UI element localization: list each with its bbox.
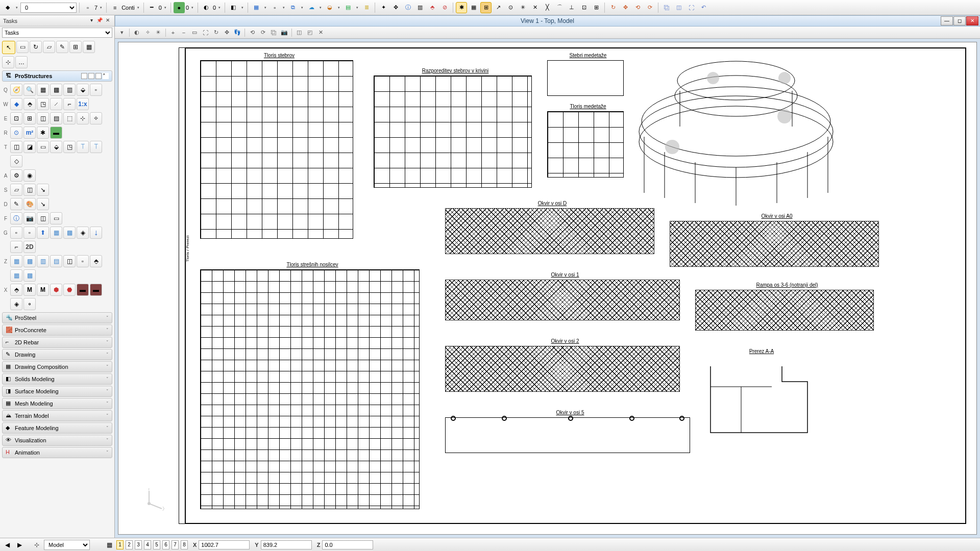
view-control-tool[interactable]: ⊞ [69, 41, 82, 53]
tool-d1[interactable]: ✎ [10, 198, 22, 210]
element-selection-tool[interactable]: ↖ [2, 41, 15, 54]
tb-drop-5[interactable]: ▾ [336, 2, 341, 13]
camera-icon[interactable]: 📷 [279, 28, 289, 38]
tool-w1[interactable]: ◆ [10, 98, 22, 110]
section-mesh[interactable]: ▦Mesh Modeling˅ [2, 398, 112, 409]
tool-z8[interactable]: ▦ [10, 269, 22, 282]
tool-a1[interactable]: ⚙ [10, 169, 22, 182]
tool-g3[interactable]: ⬆ [37, 227, 49, 239]
zoom-window-icon[interactable]: ▭ [189, 28, 200, 38]
panel-pin-icon[interactable]: 📌 [96, 17, 103, 24]
references-button[interactable]: ⧉ [287, 2, 299, 13]
tool-g7-arrow[interactable]: ↓ [90, 227, 102, 239]
lineweight-button[interactable]: ━ [146, 2, 158, 13]
walk-icon[interactable]: 👣 [232, 28, 242, 38]
tool-w3[interactable]: ◳ [37, 98, 49, 110]
accusnap-toggle[interactable]: ✱ [456, 2, 467, 13]
maximize-button[interactable]: ◻ [953, 16, 966, 26]
layout-icon-2[interactable] [88, 73, 94, 79]
drawing-canvas[interactable]: Tloris / Prerezi Tloris stebrov Razpored… [118, 42, 977, 535]
tool-z4[interactable]: ▤ [50, 255, 62, 267]
panel-menu-icon[interactable]: ▾ [88, 17, 95, 24]
snap-indicator-icon[interactable]: ⊹ [32, 540, 42, 550]
color1-dropdown[interactable]: ▾ [190, 2, 195, 13]
lineweight-dropdown[interactable]: ▾ [163, 2, 168, 13]
views-toggle-icon[interactable]: ▦ [104, 540, 114, 550]
section-prosteel[interactable]: 🔩ProSteel˅ [2, 312, 112, 323]
tool-2d1[interactable]: ⌐ [10, 241, 22, 253]
active-level-combo[interactable]: 0 [20, 3, 77, 13]
view-num-7[interactable]: 7 [172, 540, 179, 549]
snap-line-icon[interactable]: ↗ [493, 2, 504, 13]
tool-g4[interactable]: ▦ [50, 227, 62, 239]
pan-icon[interactable]: ✥ [222, 28, 232, 38]
priority-dropdown[interactable]: ▾ [240, 2, 245, 13]
color2-dropdown[interactable]: ▾ [217, 2, 222, 13]
fit-icon[interactable]: ⛶ [200, 28, 210, 38]
display-style-icon[interactable]: ◐ [132, 28, 142, 38]
snap-tangent-icon[interactable]: ⌒ [554, 2, 565, 13]
tool-r2-m2[interactable]: m² [23, 127, 36, 139]
section-animation[interactable]: HAnimation˅ [2, 447, 112, 458]
models-dialog-button[interactable]: ▤ [342, 2, 354, 13]
tool-x6[interactable]: ▬ [77, 284, 89, 296]
section-prostructures[interactable]: 🏗 ProStructures ˄ [2, 70, 112, 82]
tool-r3[interactable]: ✱ [37, 127, 49, 139]
view-prev-icon2[interactable]: ⟲ [247, 28, 257, 38]
view-prev-icon[interactable]: ⟲ [632, 2, 643, 13]
color1-button[interactable]: ● [174, 2, 185, 13]
layout-icon-1[interactable] [81, 73, 87, 79]
tool-t3[interactable]: ▭ [37, 141, 49, 153]
section-proconcrete[interactable]: 🧱ProConcrete˅ [2, 324, 112, 336]
tool-extra1[interactable]: ◇ [10, 155, 22, 167]
tool-z3[interactable]: ▥ [37, 255, 49, 267]
keyins-icon[interactable]: ▥ [414, 2, 426, 13]
tool-t7-screw[interactable]: ⟙ [90, 141, 102, 153]
brightness-icon[interactable]: ☀ [153, 28, 163, 38]
view-num-6[interactable]: 6 [162, 540, 169, 549]
tool-g1[interactable]: ▫ [10, 227, 22, 239]
axis-tool[interactable]: ⊹ [2, 56, 14, 68]
tb-drop-1[interactable]: ▾ [263, 2, 268, 13]
section-2drebar[interactable]: ⌐2D Rebar˅ [2, 337, 112, 348]
level-manager-button[interactable]: ≣ [361, 2, 372, 13]
view-rotate-tool[interactable]: ↻ [30, 41, 42, 53]
manipulate-tool[interactable]: ✎ [56, 41, 68, 53]
minimize-button[interactable]: — [941, 16, 953, 26]
z-coord-input[interactable] [322, 540, 373, 549]
tool-s3[interactable]: ↘ [37, 184, 49, 196]
section-feature[interactable]: ◆Feature Modeling˅ [2, 422, 112, 434]
color2-button[interactable]: ◐ [201, 2, 212, 13]
view-next-icon2[interactable]: ⟳ [258, 28, 268, 38]
tool-x2-m[interactable]: M [23, 284, 36, 296]
tool-e6[interactable]: ⊹ [77, 112, 89, 124]
view-next-icon[interactable]: ⟳ [644, 2, 655, 13]
models-dropdown[interactable]: ▾ [99, 2, 104, 13]
tool-d2[interactable]: 🎨 [23, 198, 36, 210]
clip-view-icon[interactable]: ◫ [673, 2, 684, 13]
snap-origin-icon[interactable]: ✳ [517, 2, 528, 13]
tool-g5[interactable]: ▩ [63, 227, 76, 239]
x-coord-input[interactable] [199, 540, 250, 549]
app-menu-dropdown[interactable]: ▾ [14, 2, 19, 13]
markup-icon[interactable]: ⬘ [427, 2, 438, 13]
panel-close-icon[interactable]: ✕ [104, 17, 111, 24]
tool-f4[interactable]: ▭ [50, 212, 62, 224]
clear-clip-icon[interactable]: ✕ [315, 28, 326, 38]
tool-r1[interactable]: ⊙ [10, 127, 22, 139]
tool-z1[interactable]: ▦ [10, 255, 22, 267]
tool-e5[interactable]: ⬚ [63, 112, 76, 124]
grid-lock-toggle[interactable]: ⊞ [480, 2, 492, 13]
tool-t2[interactable]: ◪ [23, 141, 36, 153]
priority-button[interactable]: ◧ [228, 2, 239, 13]
linestyle-dropdown[interactable]: ▾ [136, 2, 141, 13]
tool-f1[interactable]: ⓘ [10, 212, 22, 224]
tool-q6[interactable]: ⬙ [77, 84, 89, 96]
clip-vol-icon[interactable]: ◫ [294, 28, 304, 38]
fit-view-icon[interactable]: ⛶ [685, 2, 697, 13]
tool-x4[interactable]: ⬢ [50, 284, 62, 296]
tb-drop-4[interactable]: ▾ [318, 2, 323, 13]
tool-q7[interactable]: ▫ [90, 84, 102, 96]
section-solids[interactable]: ◧Solids Modeling˅ [2, 373, 112, 385]
nav-back-button[interactable]: ◀ [2, 540, 12, 550]
